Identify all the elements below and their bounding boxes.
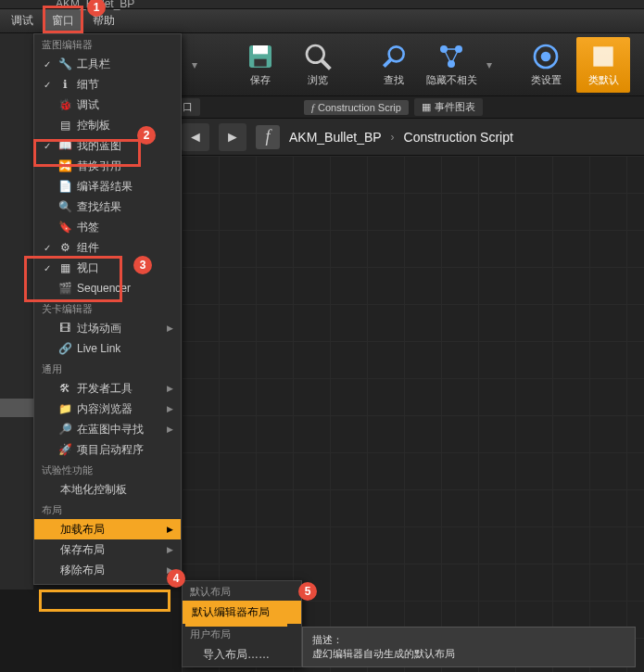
nav-back-button[interactable]: ◄ bbox=[182, 123, 209, 151]
menu-findinbp[interactable]: 🔎在蓝图中寻找▶ bbox=[34, 419, 181, 439]
chevron-right-icon: ▶ bbox=[167, 425, 173, 434]
hide-button[interactable]: 隐藏不相关 bbox=[424, 37, 478, 93]
hide-icon bbox=[436, 42, 466, 71]
breadcrumb-item2[interactable]: Construction Script bbox=[404, 130, 513, 145]
menu-localpanel[interactable]: 本地化控制板 bbox=[34, 479, 181, 500]
breadcrumb-item1[interactable]: AKM_Bullet_BP bbox=[289, 130, 382, 145]
panel-icon: ▤ bbox=[58, 119, 71, 132]
menu-panel[interactable]: ▤控制板 bbox=[34, 115, 181, 135]
check-icon: ✓ bbox=[42, 243, 53, 253]
menu-debug[interactable]: 🐞调试 bbox=[34, 95, 181, 115]
chevron-right-icon: ▶ bbox=[167, 404, 173, 413]
sub-section-user: 用户布局 bbox=[183, 624, 301, 643]
search-icon: 🔍 bbox=[58, 200, 71, 213]
check-icon: ✓ bbox=[42, 80, 53, 90]
menu-myblueprint[interactable]: ✓📖我的蓝图 bbox=[34, 135, 181, 156]
compile-icon: 📄 bbox=[58, 180, 71, 193]
left-panel-splitter[interactable] bbox=[0, 399, 33, 417]
menu-sequencer[interactable]: 🎬Sequencer bbox=[34, 278, 181, 298]
menu-loadlayout[interactable]: 加载布局▶ bbox=[34, 519, 181, 539]
menu-removelayout[interactable]: 移除布局▶ bbox=[34, 560, 181, 580]
check-icon: ✓ bbox=[42, 263, 53, 273]
menu-viewport[interactable]: ✓▦视口 bbox=[34, 258, 181, 278]
menu-toolbar[interactable]: ✓🔧工具栏 bbox=[34, 54, 181, 74]
menu-savelayout[interactable]: 保存布局▶ bbox=[34, 539, 181, 560]
window-menu-dropdown: 蓝图编辑器 ✓🔧工具栏 ✓ℹ细节 🐞调试 ▤控制板 ✓📖我的蓝图 🔀替换引用 📄… bbox=[33, 33, 182, 585]
wrench-icon: 🔧 bbox=[58, 57, 71, 70]
tooltip-text: 虚幻编辑器自动生成的默认布局 bbox=[312, 647, 625, 661]
settings-button[interactable]: 类设置 bbox=[519, 37, 573, 93]
loadlayout-submenu: 默认布局 默认编辑器布局 用户布局 导入布局…… bbox=[182, 580, 302, 667]
tooltip-label: 描述： bbox=[312, 633, 625, 647]
bug-icon: 🐞 bbox=[58, 98, 71, 111]
section-common: 通用 bbox=[34, 359, 181, 378]
chevron-right-icon: ▶ bbox=[167, 384, 173, 393]
svg-line-4 bbox=[322, 60, 330, 69]
svg-rect-2 bbox=[254, 59, 266, 67]
find-button[interactable]: 查找 bbox=[367, 37, 421, 93]
svg-rect-11 bbox=[593, 46, 612, 66]
tools-icon: 🛠 bbox=[58, 382, 71, 395]
hide-dropdown[interactable]: ▾ bbox=[480, 58, 499, 71]
chevron-right-icon: ▶ bbox=[167, 525, 173, 534]
defaults-icon bbox=[588, 42, 618, 71]
search-bp-icon: 🔎 bbox=[58, 423, 71, 436]
find-label: 查找 bbox=[384, 73, 404, 87]
menu-findres[interactable]: 🔍查找结果 bbox=[34, 197, 181, 217]
submenu-default-editor-layout[interactable]: 默认编辑器布局 bbox=[183, 601, 301, 624]
toolbar-dropdown-left[interactable]: ▾ bbox=[185, 58, 204, 71]
switch-icon: 🔀 bbox=[58, 159, 71, 172]
menu-switch[interactable]: 🔀替换引用 bbox=[34, 156, 181, 176]
rocket-icon: 🚀 bbox=[58, 443, 71, 456]
menu-content[interactable]: 📁内容浏览器▶ bbox=[34, 399, 181, 419]
tooltip: 描述： 虚幻编辑器自动生成的默认布局 bbox=[302, 627, 636, 667]
menu-bookmark[interactable]: 🔖书签 bbox=[34, 217, 181, 237]
callout-5: 5 bbox=[298, 582, 317, 601]
info-icon: ℹ bbox=[58, 78, 71, 91]
settings-label: 类设置 bbox=[531, 73, 562, 87]
browse-label: 浏览 bbox=[308, 73, 328, 87]
left-panel-collapsed bbox=[0, 33, 33, 590]
menu-component[interactable]: ✓⚙组件 bbox=[34, 237, 181, 258]
book-icon: 📖 bbox=[58, 139, 71, 152]
defaults-button[interactable]: 类默认 bbox=[576, 37, 630, 93]
magnifier-icon bbox=[303, 42, 333, 71]
menu-cutscene[interactable]: 🎞过场动画▶ bbox=[34, 318, 181, 338]
gear-icon bbox=[531, 42, 561, 71]
link-icon: 🔗 bbox=[58, 342, 71, 355]
svg-point-10 bbox=[541, 52, 551, 62]
menu-debug[interactable]: 调试 bbox=[2, 9, 43, 32]
callout-3: 3 bbox=[133, 256, 152, 274]
menu-detail[interactable]: ✓ℹ细节 bbox=[34, 74, 181, 95]
browse-button[interactable]: 浏览 bbox=[291, 37, 345, 93]
folder-icon: 📁 bbox=[58, 402, 71, 415]
bookmark-icon: 🔖 bbox=[58, 221, 71, 234]
section-layout: 布局 bbox=[34, 500, 181, 519]
section-level: 关卡编辑器 bbox=[34, 298, 181, 318]
submenu-import-layout[interactable]: 导入布局…… bbox=[183, 643, 301, 666]
grid-icon: ▦ bbox=[422, 101, 431, 113]
menu-devtools[interactable]: 🛠开发者工具▶ bbox=[34, 378, 181, 399]
chevron-right-icon: ▶ bbox=[167, 323, 173, 333]
menu-livelink[interactable]: 🔗Live Link bbox=[34, 338, 181, 359]
fn-icon: f bbox=[311, 102, 314, 113]
tab-events[interactable]: ▦事件图表 bbox=[414, 98, 483, 116]
find-icon bbox=[379, 42, 409, 71]
highlight-box-4 bbox=[39, 590, 170, 612]
callout-2: 2 bbox=[137, 126, 156, 145]
viewport-icon: ▦ bbox=[58, 261, 71, 274]
menu-window[interactable]: 窗口 bbox=[43, 9, 83, 32]
fn-badge: f bbox=[256, 125, 280, 149]
svg-point-3 bbox=[307, 45, 324, 63]
save-button[interactable]: 保存 bbox=[234, 37, 287, 93]
menu-launcher[interactable]: 🚀项目启动程序 bbox=[34, 439, 181, 460]
menu-compile[interactable]: 📄编译器结果 bbox=[34, 176, 181, 197]
save-icon bbox=[246, 42, 275, 71]
save-label: 保存 bbox=[250, 73, 271, 87]
defaults-label: 类默认 bbox=[588, 73, 619, 87]
nav-forward-button[interactable]: ► bbox=[219, 123, 246, 151]
chevron-right-icon: ▶ bbox=[167, 545, 173, 554]
tab-construction[interactable]: fConstruction Scrip bbox=[304, 100, 409, 115]
check-icon: ✓ bbox=[42, 141, 53, 151]
callout-4: 4 bbox=[167, 569, 185, 588]
